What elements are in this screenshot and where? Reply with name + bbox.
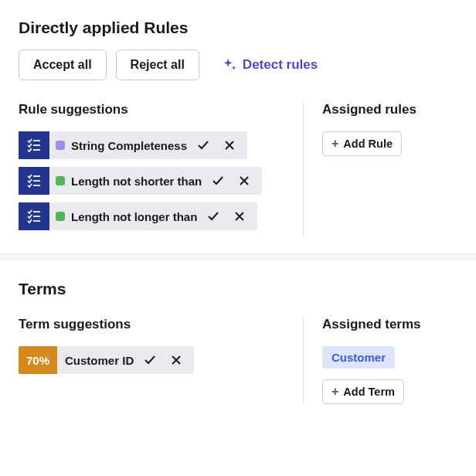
plus-icon: +	[332, 386, 338, 398]
reject-rule-button[interactable]	[234, 171, 254, 191]
rules-title: Directly applied Rules	[19, 19, 457, 37]
assigned-term-tag[interactable]: Customer	[322, 346, 395, 369]
reject-all-button[interactable]: Reject all	[116, 49, 199, 80]
rule-label: String Completeness	[71, 139, 187, 152]
accept-rule-button[interactable]	[208, 171, 228, 191]
detect-rules-label: Detect rules	[243, 57, 318, 73]
rule-suggestions-column: Rule suggestions String Completeness	[19, 102, 303, 238]
detect-rules-link[interactable]: Detect rules	[221, 56, 318, 73]
checklist-icon	[19, 167, 49, 195]
rule-label: Length not shorter than	[71, 175, 202, 188]
assigned-terms-title: Assigned terms	[322, 317, 457, 332]
rule-label: Length not longer than	[71, 210, 197, 223]
accept-all-button[interactable]: Accept all	[19, 49, 107, 80]
rule-suggestion-item: String Completeness	[19, 131, 284, 159]
rule-suggestions-title: Rule suggestions	[19, 102, 284, 117]
assigned-terms-column: Assigned terms Customer + Add Term	[303, 317, 457, 404]
term-suggestions-column: Term suggestions 70% Customer ID	[19, 317, 303, 404]
checklist-icon	[19, 131, 49, 159]
status-dot	[56, 176, 65, 185]
rule-pill: Length not shorter than	[49, 167, 262, 195]
term-suggestion-item: 70% Customer ID	[19, 346, 284, 374]
add-term-label: Add Term	[343, 386, 395, 398]
term-pill: Customer ID	[57, 346, 194, 374]
sparkle-icon	[221, 56, 238, 73]
term-suggestions-title: Term suggestions	[19, 317, 284, 332]
rule-suggestion-item: Length not shorter than	[19, 167, 284, 195]
checklist-icon	[19, 202, 49, 230]
reject-all-label: Reject all	[131, 58, 185, 72]
accept-rule-button[interactable]	[193, 135, 213, 155]
add-rule-label: Add Rule	[343, 138, 393, 150]
rules-action-row: Accept all Reject all Detect rules	[19, 49, 457, 80]
match-percentage-badge: 70%	[19, 346, 57, 374]
rules-columns: Rule suggestions String Completeness	[19, 102, 457, 238]
status-dot	[56, 141, 65, 150]
term-label: Customer ID	[65, 354, 134, 367]
assigned-rules-column: Assigned rules + Add Rule	[303, 102, 457, 238]
accept-term-button[interactable]	[140, 350, 160, 370]
plus-icon: +	[332, 138, 338, 150]
terms-title: Terms	[19, 280, 457, 298]
accept-rule-button[interactable]	[203, 206, 223, 226]
rule-pill: Length not longer than	[49, 202, 257, 230]
rule-pill: String Completeness	[49, 131, 247, 159]
add-rule-button[interactable]: + Add Rule	[322, 131, 402, 156]
rules-section: Directly applied Rules Accept all Reject…	[0, 0, 476, 253]
terms-section: Terms Term suggestions 70% Customer ID A…	[0, 261, 476, 420]
add-term-button[interactable]: + Add Term	[322, 379, 404, 404]
rule-suggestion-item: Length not longer than	[19, 202, 284, 230]
assigned-rules-title: Assigned rules	[322, 102, 457, 117]
reject-term-button[interactable]	[166, 350, 186, 370]
status-dot	[56, 212, 65, 221]
accept-all-label: Accept all	[33, 58, 92, 72]
reject-rule-button[interactable]	[219, 135, 240, 155]
reject-rule-button[interactable]	[230, 206, 250, 226]
terms-columns: Term suggestions 70% Customer ID Assigne…	[19, 317, 457, 404]
section-divider	[0, 253, 476, 261]
